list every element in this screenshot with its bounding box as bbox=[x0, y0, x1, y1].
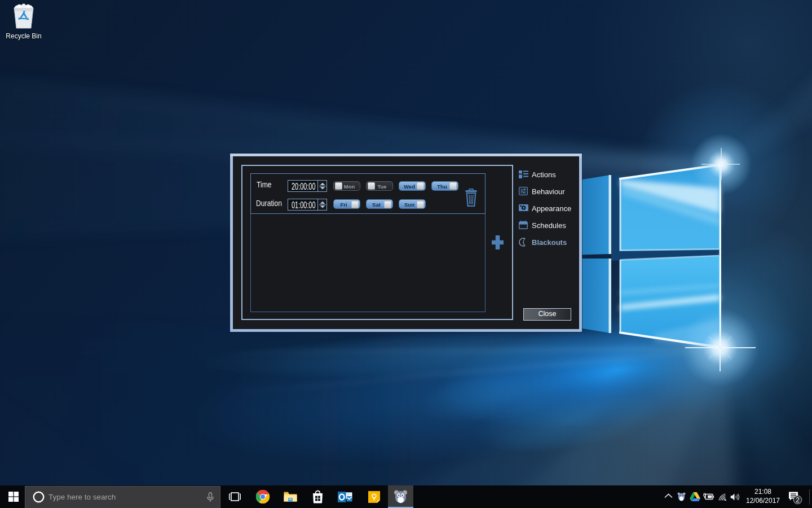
svg-text:2: 2 bbox=[796, 496, 800, 504]
